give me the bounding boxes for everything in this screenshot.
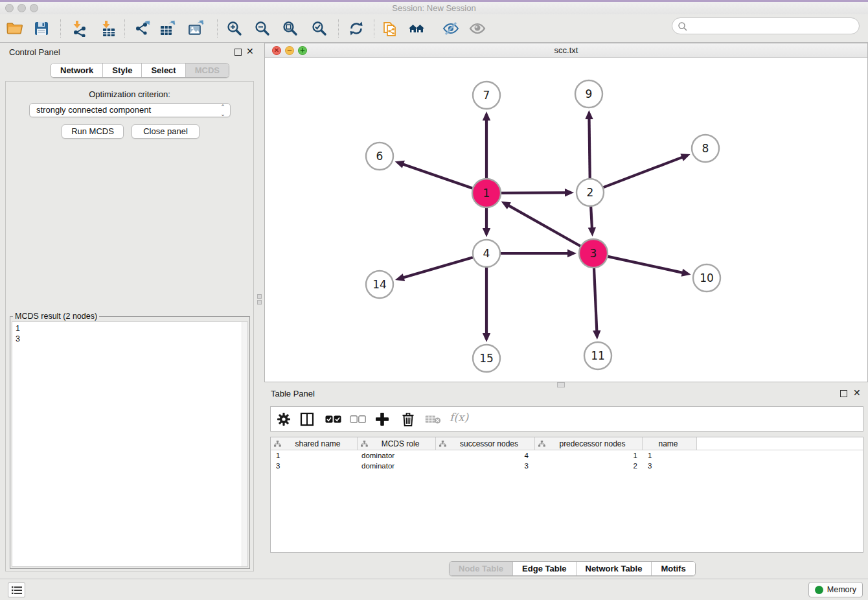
node-label: 9 bbox=[586, 87, 593, 100]
network-maximize-button[interactable]: + bbox=[298, 46, 307, 55]
edge-2-8[interactable] bbox=[604, 157, 684, 187]
control-panel-float-icon[interactable] bbox=[234, 48, 242, 58]
window-zoom-button[interactable] bbox=[30, 4, 38, 12]
tab-motifs[interactable]: Motifs bbox=[651, 562, 694, 575]
column-header-successor-nodes[interactable]: successor nodes bbox=[436, 437, 535, 450]
toolbar-separator bbox=[374, 19, 374, 38]
show-hidden-icon[interactable] bbox=[469, 20, 486, 37]
horizontal-splitter-handle[interactable] bbox=[557, 382, 565, 387]
mcds-result-textarea[interactable]: 13 bbox=[12, 321, 248, 567]
node-label: 8 bbox=[702, 142, 709, 155]
open-session-icon[interactable] bbox=[6, 20, 23, 37]
mcds-result-lines: 13 bbox=[16, 323, 20, 344]
toolbar-separator bbox=[217, 19, 218, 38]
hide-selected-icon[interactable] bbox=[442, 20, 459, 37]
edge-2-9[interactable] bbox=[589, 117, 589, 178]
network-close-button[interactable]: ✕ bbox=[272, 46, 281, 55]
import-table-icon[interactable] bbox=[100, 20, 117, 37]
table-panel-tabs: Node TableEdge TableNetwork TableMotifs bbox=[449, 561, 696, 576]
column-header-shared-name[interactable]: shared name bbox=[271, 437, 358, 450]
edge-3-10[interactable] bbox=[608, 257, 683, 273]
graph-node-3[interactable]: 3 bbox=[579, 239, 608, 268]
show-column-panel-icon[interactable] bbox=[299, 411, 315, 429]
search-input[interactable] bbox=[672, 17, 860, 34]
close-panel-button[interactable]: Close panel bbox=[131, 124, 200, 139]
memory-button[interactable]: Memory bbox=[808, 582, 863, 597]
graph-node-11[interactable]: 11 bbox=[584, 342, 611, 369]
edge-1-2[interactable] bbox=[501, 192, 567, 193]
control-panel-close-icon[interactable]: ✕ bbox=[246, 48, 254, 55]
show-panels-list-button[interactable] bbox=[8, 583, 25, 597]
duplicate-network-icon[interactable] bbox=[382, 20, 399, 37]
graph-node-7[interactable]: 7 bbox=[473, 82, 500, 109]
node-label: 4 bbox=[483, 247, 490, 260]
column-header-predecessor-nodes[interactable]: predecessor nodes bbox=[535, 437, 643, 450]
tab-style[interactable]: Style bbox=[102, 63, 141, 77]
edge-arrowhead bbox=[483, 333, 490, 342]
zoom-in-icon[interactable] bbox=[226, 20, 243, 37]
select-all-icon[interactable] bbox=[325, 415, 341, 425]
window-close-button[interactable] bbox=[5, 4, 14, 12]
tab-mcds[interactable]: MCDS bbox=[185, 63, 229, 77]
show-all-networks-icon[interactable] bbox=[408, 20, 425, 37]
tab-select[interactable]: Select bbox=[141, 63, 185, 77]
save-session-icon[interactable] bbox=[33, 20, 50, 37]
network-window-titlebar[interactable]: ✕ − + scc.txt bbox=[265, 43, 867, 58]
optimization-criterion-select[interactable]: strongly connected component ⌃⌄ bbox=[29, 103, 231, 117]
table-cell: 4 bbox=[436, 450, 535, 461]
add-column-icon[interactable] bbox=[375, 412, 389, 428]
deselect-all-icon[interactable] bbox=[350, 415, 366, 425]
edge-4-14[interactable] bbox=[402, 257, 473, 278]
edge-3-11[interactable] bbox=[594, 268, 597, 332]
network-graph-canvas[interactable]: 7968124314101511 bbox=[265, 58, 867, 382]
edge-3-1[interactable] bbox=[507, 205, 580, 246]
edge-arrowhead bbox=[588, 227, 596, 237]
graph-node-9[interactable]: 9 bbox=[575, 80, 602, 108]
graph-node-14[interactable]: 14 bbox=[366, 271, 393, 298]
tab-network[interactable]: Network bbox=[51, 63, 102, 77]
edge-arrowhead bbox=[593, 330, 600, 340]
refresh-layout-icon[interactable] bbox=[348, 20, 365, 37]
edge-arrowhead bbox=[483, 228, 490, 237]
mcds-result-scrollbar[interactable] bbox=[242, 322, 247, 566]
node-label: 11 bbox=[591, 349, 605, 362]
vertical-splitter-handle[interactable] bbox=[257, 293, 263, 310]
tab-network-table[interactable]: Network Table bbox=[576, 562, 652, 575]
zoom-fit-icon[interactable] bbox=[282, 20, 299, 37]
network-minimize-button[interactable]: − bbox=[285, 46, 294, 55]
zoom-out-icon[interactable] bbox=[254, 20, 271, 37]
delete-column-icon[interactable] bbox=[400, 411, 416, 429]
graph-node-2[interactable]: 2 bbox=[577, 179, 604, 206]
node-table-body: 1dominator4113dominator323 bbox=[271, 450, 863, 471]
table-row[interactable]: 1dominator411 bbox=[271, 450, 863, 461]
table-panel-close-icon[interactable]: ✕ bbox=[853, 389, 861, 397]
node-table[interactable]: shared nameMCDS rolesuccessor nodesprede… bbox=[270, 437, 863, 553]
edge-arrowhead bbox=[483, 111, 490, 121]
table-cell: 1 bbox=[271, 450, 358, 461]
zoom-selected-icon[interactable] bbox=[311, 20, 328, 37]
graph-node-15[interactable]: 15 bbox=[473, 345, 500, 372]
table-settings-icon[interactable] bbox=[276, 411, 291, 429]
table-row[interactable]: 3dominator323 bbox=[271, 461, 863, 471]
column-header-MCDS-role[interactable]: MCDS role bbox=[358, 437, 436, 450]
edge-1-6[interactable] bbox=[402, 164, 472, 189]
export-image-icon[interactable] bbox=[187, 20, 204, 37]
edge-2-3[interactable] bbox=[591, 207, 592, 229]
graph-node-1[interactable]: 1 bbox=[472, 179, 501, 207]
export-table-icon[interactable] bbox=[159, 20, 176, 37]
import-network-icon[interactable] bbox=[71, 20, 87, 37]
graph-node-10[interactable]: 10 bbox=[693, 264, 720, 292]
window-minimize-button[interactable] bbox=[17, 4, 26, 12]
mcds-panel: Optimization criterion: strongly connect… bbox=[5, 81, 254, 571]
graph-node-6[interactable]: 6 bbox=[366, 143, 393, 170]
graph-node-4[interactable]: 4 bbox=[473, 240, 500, 267]
tab-edge-table[interactable]: Edge Table bbox=[512, 562, 575, 575]
delete-table-icon bbox=[425, 415, 441, 426]
tab-node-table[interactable]: Node Table bbox=[450, 562, 512, 575]
run-mcds-button[interactable]: Run MCDS bbox=[62, 124, 124, 139]
column-header-name[interactable]: name bbox=[643, 437, 697, 450]
control-panel-tabs: NetworkStyleSelectMCDS bbox=[51, 63, 229, 78]
export-network-icon[interactable] bbox=[135, 20, 152, 37]
table-panel-float-icon[interactable] bbox=[840, 389, 847, 399]
graph-node-8[interactable]: 8 bbox=[692, 135, 719, 162]
